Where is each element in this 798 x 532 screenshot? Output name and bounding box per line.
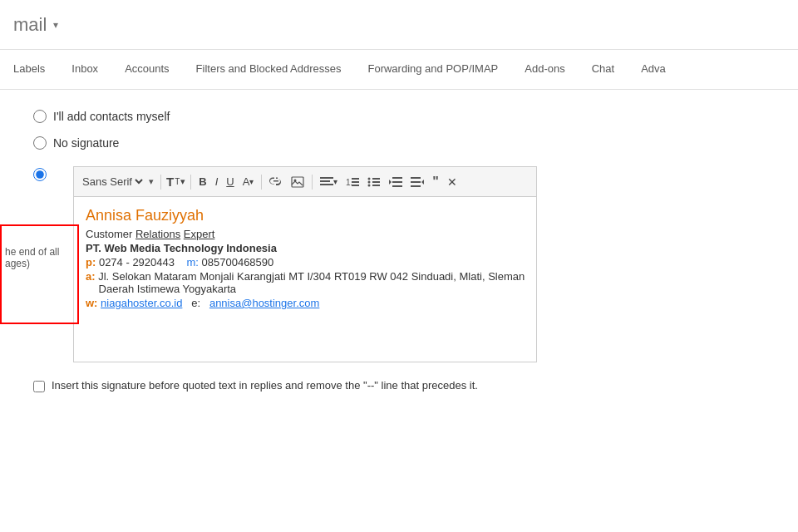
- contacts-radio[interactable]: [33, 110, 47, 123]
- bulleted-list-button[interactable]: [365, 175, 383, 190]
- app-dropdown-arrow[interactable]: ▾: [53, 19, 58, 31]
- main-content: I'll add contacts myself No signature Sa…: [0, 90, 798, 412]
- contacts-label: I'll add contacts myself: [53, 110, 170, 123]
- link-icon: [269, 177, 283, 187]
- sig-address-label: a:: [86, 270, 96, 283]
- tab-chat[interactable]: Chat: [579, 50, 628, 89]
- tab-labels[interactable]: Labels: [0, 50, 58, 89]
- numbered-list-button[interactable]: 1.: [343, 175, 362, 190]
- svg-rect-2: [320, 177, 333, 179]
- chevron-down-icon[interactable]: ▾: [149, 176, 154, 187]
- underline-button[interactable]: U: [224, 174, 236, 190]
- toolbar-sep-2: [190, 175, 191, 190]
- editor-toolbar: Sans Serif ▾ T T ▾ B I U A ▾: [73, 166, 537, 196]
- tab-advanced[interactable]: Adva: [628, 50, 679, 89]
- font-size-dropdown-icon: ▾: [180, 176, 185, 187]
- svg-rect-17: [392, 185, 402, 187]
- sig-mobile-value: 085700468590: [202, 256, 274, 268]
- toolbar-sep-3: [261, 175, 262, 190]
- tab-accounts[interactable]: Accounts: [111, 50, 182, 89]
- svg-rect-0: [292, 177, 303, 187]
- link-button[interactable]: [267, 175, 285, 189]
- insert-sig-checkbox[interactable]: [33, 381, 45, 392]
- svg-rect-8: [352, 185, 359, 186]
- bulleted-list-icon: [367, 176, 381, 188]
- sig-address: a: Jl. Selokan Mataram Monjali Karangjat…: [86, 270, 525, 295]
- svg-rect-18: [411, 177, 421, 179]
- sig-address-line2: Daerah Istimewa Yogyakarta: [99, 283, 236, 295]
- tab-filters[interactable]: Filters and Blocked Addresses: [183, 50, 355, 89]
- image-button[interactable]: [288, 175, 307, 190]
- no-signature-radio[interactable]: [33, 136, 47, 150]
- font-size-arrow-icon: T: [175, 177, 180, 186]
- indent-less-icon: [389, 177, 402, 187]
- svg-point-9: [368, 177, 371, 180]
- sig-web: w: niagahoster.co.id e: annisa@hostinger…: [86, 297, 525, 309]
- quote-button[interactable]: ": [430, 173, 441, 191]
- remove-format-button[interactable]: ✕: [445, 174, 460, 190]
- image-icon: [291, 176, 304, 188]
- sig-email-label: e:: [191, 297, 200, 309]
- sig-web-label: w:: [86, 297, 97, 309]
- svg-rect-19: [411, 181, 421, 183]
- sig-address-line1: Jl. Selokan Mataram Monjali Karangjati M…: [98, 270, 525, 283]
- svg-point-11: [368, 184, 371, 186]
- top-bar: mail ▾: [0, 0, 798, 50]
- tab-addons[interactable]: Add-ons: [511, 50, 578, 89]
- sig-phone-value: 0274 - 2920443: [99, 256, 175, 268]
- svg-rect-7: [352, 181, 359, 183]
- insert-sig-label: Insert this signature before quoted text…: [52, 379, 478, 392]
- signature-editor-container: Sans Serif ▾ T T ▾ B I U A ▾: [73, 166, 537, 362]
- tab-inbox[interactable]: Inbox: [58, 50, 111, 89]
- tabs-bar: Labels Inbox Accounts Filters and Blocke…: [0, 50, 798, 90]
- insert-sig-row: Insert this signature before quoted text…: [33, 379, 765, 392]
- no-signature-label: No signature: [53, 136, 119, 150]
- sig-mobile-label: m:: [186, 256, 198, 268]
- app-title: mail: [13, 14, 47, 36]
- sig-title-expert-link[interactable]: Expert: [184, 228, 215, 240]
- svg-rect-13: [372, 181, 380, 183]
- sig-title-relations-link[interactable]: Relations: [135, 228, 180, 240]
- toolbar-sep-1: [160, 175, 161, 190]
- font-size-button[interactable]: T T ▾: [166, 175, 185, 189]
- sig-web-url-link[interactable]: niagahoster.co.id: [101, 297, 182, 309]
- numbered-list-icon: 1.: [346, 176, 359, 188]
- align-button[interactable]: ▾: [318, 175, 340, 189]
- sig-email-link[interactable]: annisa@hostinger.com: [209, 297, 319, 309]
- contacts-option-row: I'll add contacts myself: [33, 110, 765, 123]
- indent-more-button[interactable]: [408, 175, 426, 189]
- font-size-T-icon: T: [166, 175, 174, 189]
- indent-more-icon: [411, 177, 424, 187]
- no-signature-option-row: No signature: [33, 136, 765, 150]
- align-icon: [320, 177, 333, 187]
- svg-rect-16: [392, 181, 402, 183]
- bold-button[interactable]: B: [196, 174, 209, 190]
- italic-button[interactable]: I: [213, 174, 221, 190]
- svg-rect-12: [372, 178, 380, 180]
- text-color-dropdown-icon: ▾: [249, 177, 254, 186]
- sidebar-text: he end of all ages): [5, 246, 71, 269]
- sig-name: Annisa Fauziyyah: [86, 207, 525, 224]
- tab-forwarding[interactable]: Forwarding and POP/IMAP: [354, 50, 511, 89]
- toolbar-sep-4: [312, 175, 313, 190]
- signature-option-row: Sans Serif ▾ T T ▾ B I U A ▾: [33, 163, 765, 362]
- svg-rect-6: [352, 178, 359, 180]
- svg-rect-4: [320, 184, 333, 185]
- sig-company: PT. Web Media Technology Indonesia: [86, 242, 525, 254]
- svg-rect-3: [320, 180, 330, 182]
- signature-radio[interactable]: [33, 168, 47, 181]
- sig-phone: p: 0274 - 2920443 m: 085700468590: [86, 256, 525, 268]
- svg-rect-20: [411, 185, 421, 187]
- font-family-select[interactable]: Sans Serif: [79, 175, 145, 189]
- signature-editor-area[interactable]: Annisa Fauziyyah Customer Relations Expe…: [73, 196, 537, 362]
- svg-rect-14: [372, 185, 380, 186]
- indent-less-button[interactable]: [387, 175, 405, 189]
- text-color-button[interactable]: A ▾: [240, 174, 257, 190]
- align-dropdown-icon: ▾: [333, 177, 337, 186]
- svg-point-10: [368, 180, 371, 183]
- svg-rect-15: [392, 177, 402, 179]
- sig-phone-label: p:: [86, 256, 96, 268]
- sig-title: Customer Relations Expert: [86, 228, 525, 240]
